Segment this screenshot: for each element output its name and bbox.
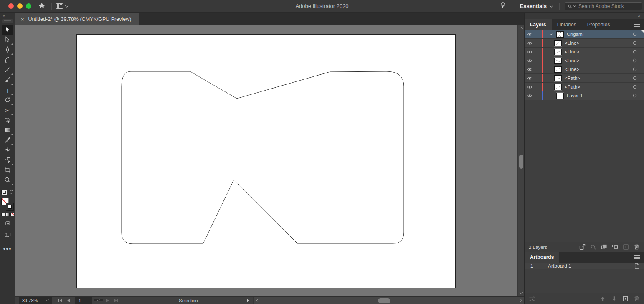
locate-object-icon[interactable]	[590, 244, 596, 250]
stroke-swatch[interactable]	[6, 203, 14, 211]
visibility-toggle-eye-icon[interactable]	[525, 65, 535, 73]
edit-toolbar-icon[interactable]: •••	[3, 246, 12, 252]
layer-thumbnail[interactable]	[556, 93, 564, 99]
layer-row[interactable]: <Line>	[525, 39, 644, 48]
workspace-switcher[interactable]: Essentials	[517, 3, 555, 9]
visibility-toggle-eye-icon[interactable]	[525, 30, 535, 38]
layer-target-icon[interactable]	[632, 83, 637, 91]
layer-target-icon[interactable]	[632, 56, 637, 65]
canvas[interactable]	[15, 25, 524, 296]
layer-thumbnail[interactable]	[554, 58, 562, 64]
layer-row[interactable]: <Line>	[525, 48, 644, 56]
layer-row[interactable]: <Line>	[525, 65, 644, 74]
minimize-window-button[interactable]	[17, 3, 23, 9]
search-input[interactable]	[578, 3, 633, 9]
layer-target-icon[interactable]	[632, 48, 637, 56]
scroll-up-icon[interactable]	[519, 27, 522, 30]
tab-layers[interactable]: Layers	[525, 19, 552, 30]
first-artboard-button[interactable]	[57, 297, 63, 304]
layer-target-icon[interactable]	[632, 30, 637, 38]
scissors-tool[interactable]: ✂	[2, 106, 13, 116]
direct-selection-tool[interactable]	[2, 35, 13, 46]
move-down-icon[interactable]	[611, 296, 617, 302]
rotate-tool[interactable]	[2, 96, 13, 106]
scroll-right-icon[interactable]	[519, 299, 522, 302]
artboard-tool[interactable]	[2, 166, 13, 176]
default-fill-stroke-icon[interactable]	[1, 190, 7, 195]
collect-for-export-icon[interactable]	[579, 244, 586, 250]
selection-tool[interactable]	[2, 25, 13, 35]
visibility-toggle-eye-icon[interactable]	[525, 91, 535, 100]
swap-fill-stroke-icon[interactable]	[9, 188, 14, 196]
layer-target-icon[interactable]	[632, 74, 637, 82]
pen-tool[interactable]	[2, 46, 13, 56]
eyedropper-tool[interactable]	[2, 136, 13, 146]
visibility-toggle-eye-icon[interactable]	[525, 56, 535, 65]
new-sublayer-icon[interactable]	[612, 244, 618, 250]
gradient-button[interactable]	[6, 213, 10, 216]
curvature-tool[interactable]	[2, 56, 13, 66]
close-tab-icon[interactable]: ×	[21, 16, 24, 23]
drawing-modes-icon[interactable]	[5, 220, 11, 228]
zoom-dropdown-button[interactable]	[43, 297, 52, 304]
panel-menu-icon[interactable]	[634, 254, 640, 260]
visibility-toggle-eye-icon[interactable]	[525, 39, 535, 47]
layer-row[interactable]: <Path>	[525, 83, 644, 91]
horizontal-scrollbar[interactable]	[253, 297, 524, 304]
tab-properties[interactable]: Properties	[582, 19, 616, 30]
artboard-number-field[interactable]: 1	[75, 297, 92, 304]
rearrange-artboards-icon[interactable]	[529, 296, 535, 302]
color-button[interactable]	[1, 213, 5, 216]
puppet-warp-tool[interactable]	[2, 146, 13, 156]
tab-artboards[interactable]: Artboards	[525, 252, 559, 263]
artboard-row[interactable]: 1Artboard 1	[525, 263, 644, 269]
layer-row[interactable]: <Path>	[525, 74, 644, 83]
panel-menu-icon[interactable]	[634, 22, 640, 28]
visibility-toggle-eye-icon[interactable]	[525, 48, 535, 56]
zoom-tool[interactable]	[2, 176, 13, 186]
shape-builder-tool[interactable]	[2, 156, 13, 166]
layer-target-icon[interactable]	[632, 39, 637, 47]
screen-mode-icon[interactable]	[5, 232, 11, 240]
rotate-view-tool[interactable]	[2, 116, 13, 126]
last-artboard-button[interactable]	[113, 297, 119, 304]
scroll-down-icon[interactable]	[519, 291, 522, 294]
expand-tools-icon[interactable]: »	[3, 13, 5, 18]
collapse-panels-icon[interactable]: »	[638, 13, 641, 18]
layer-thumbnail[interactable]	[554, 84, 562, 90]
line-segment-tool[interactable]	[2, 66, 13, 76]
toolbar-grip[interactable]	[2, 19, 13, 23]
gradient-tool[interactable]	[2, 126, 13, 136]
move-up-icon[interactable]	[600, 296, 606, 302]
layer-row[interactable]: Origami	[525, 30, 644, 39]
visibility-toggle-eye-icon[interactable]	[525, 83, 535, 91]
type-tool[interactable]: T	[2, 86, 13, 96]
maximize-window-button[interactable]	[26, 3, 31, 9]
previous-artboard-button[interactable]	[65, 297, 72, 304]
new-layer-icon[interactable]	[623, 244, 629, 250]
horizontal-scroll-thumb[interactable]	[378, 298, 390, 303]
none-button[interactable]	[10, 213, 14, 216]
layer-thumbnail[interactable]	[554, 75, 562, 81]
artwork-shape[interactable]	[77, 35, 455, 288]
new-artboard-icon[interactable]	[622, 296, 629, 302]
vertical-scroll-thumb[interactable]	[519, 155, 523, 169]
tab-libraries[interactable]: Libraries	[552, 19, 582, 30]
artboard-dropdown-button[interactable]	[94, 299, 103, 301]
artboard-badge-icon[interactable]	[634, 263, 640, 269]
layer-row[interactable]: <Line>	[525, 56, 644, 65]
stock-search-field[interactable]	[565, 2, 642, 10]
visibility-toggle-eye-icon[interactable]	[525, 74, 535, 82]
zoom-level-field[interactable]: 39.78%	[19, 297, 43, 304]
layer-row[interactable]: Layer 1	[525, 91, 644, 100]
close-window-button[interactable]	[8, 3, 14, 9]
layer-thumbnail[interactable]	[554, 49, 562, 55]
layer-target-icon[interactable]	[632, 65, 637, 73]
document-tab[interactable]: × Untitled-2* @ 39.78% (CMYK/GPU Preview…	[15, 13, 139, 25]
next-artboard-button[interactable]	[104, 297, 111, 304]
paintbrush-tool[interactable]	[2, 76, 13, 86]
layer-thumbnail[interactable]	[554, 66, 562, 73]
delete-artboard-icon[interactable]	[634, 296, 640, 302]
delete-layer-icon[interactable]	[634, 244, 640, 250]
discover-bulb-icon[interactable]	[499, 2, 509, 10]
